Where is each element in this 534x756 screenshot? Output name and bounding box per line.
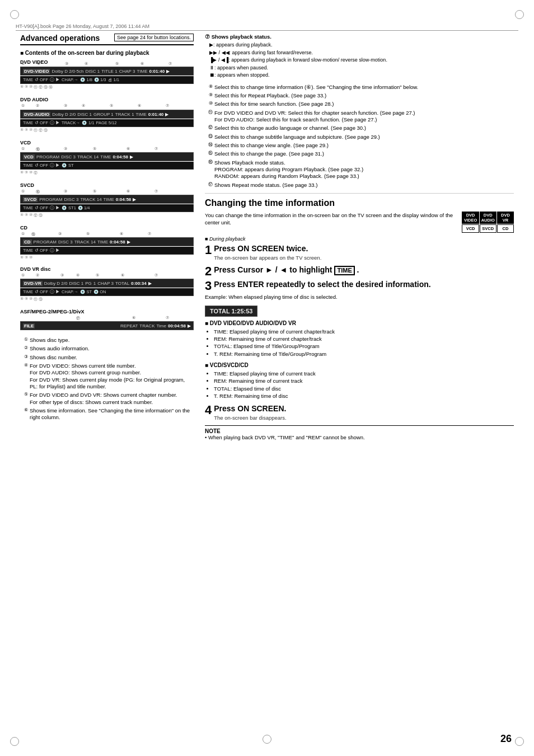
page-number: 26 (500, 733, 512, 745)
status-stop: ⏹: appears when stopped. (209, 72, 514, 79)
badge-dvd-video: DVDVIDEO (462, 212, 479, 224)
annot-4: ④ For DVD VIDEO: Shows current title num… (20, 363, 194, 390)
dvd-video-top-bar: DVD-VIDEO Dolby D 2/0·5ch DISC 1 TITLE 1… (20, 67, 194, 76)
vcd-svcd-cd-header: ■ VCD/SVCD/CD (205, 362, 514, 368)
list-item: TOTAL: Elapsed time of Title/Group/Progr… (214, 342, 514, 350)
status-play: ▶: appears during playback. (209, 41, 514, 49)
right-annot-16: ⑯ Shows Playback mode status.PROGRAM: ap… (205, 159, 514, 180)
svcd-bot-bar: TIME ↺ OFF ⓘ ▶ 💿 ST1 💿 1/4 (20, 204, 194, 212)
annot-2: ② Shows audio information. (20, 345, 194, 352)
during-playback-label: During playback (205, 236, 514, 242)
step-1-detail: The on-screen bar appears on the TV scre… (214, 255, 514, 261)
cd-bottom-numbers: ⑧⑨⑩ (20, 255, 194, 260)
bottom-center-mark (263, 735, 271, 744)
note-box: NOTE When playing back DVD VR, "TIME" an… (205, 425, 514, 441)
step-1: 1 Press ON SCREEN twice. The on-screen b… (205, 244, 514, 261)
vcd-bot-bar: TIME ↺ OFF ⓘ ▶ 💿 ST (20, 162, 194, 170)
dvd-audio-bottom-numbers: ⑧⑨⑩⑪⑫⑬ (20, 128, 194, 133)
badge-dvd-vr: DVDVR (497, 212, 514, 224)
dvd-vr-top-bar: DVD-VR Dolby D 2/0 DISC 1 PG 1 CHAP 3 TO… (20, 279, 194, 288)
annot-6: ⑥ Shows time information. See "Changing … (20, 407, 194, 421)
dvd-video-audio-vr-section: ■ DVD VIDEO/DVD AUDIO/DVD VR TIME: Elaps… (205, 320, 514, 358)
playback-status-items: ▶: appears during playback. ▶▶ / ◀◀: app… (209, 41, 514, 79)
dvd-video-diagram: DVD VIDEO ① ② ③ ④ ⑤ ⑥ ⑦ DVD-VIDEO Dolby … (20, 59, 194, 90)
dvd-video-bottom-numbers: ⑧⑨⑩⑪⑫⑬⑭ (20, 84, 194, 90)
step-3-number: 3 (205, 280, 212, 292)
changing-time-header-row: You can change the time information in t… (205, 212, 514, 233)
badge-svcd: SVCD (480, 224, 496, 233)
annotation-list: ① Shows disc type. ② Shows audio informa… (20, 337, 194, 421)
changing-time-body: You can change the time information in t… (205, 212, 457, 228)
step-2-instruction: Press Cursor ► / ◄ to highlight TIME . (214, 265, 514, 275)
step-3-instruction: Press ENTER repeatedly to select the des… (214, 280, 514, 289)
list-item: TIME: Elapsed playing time of current ch… (214, 328, 514, 335)
right-annotation-list: ⑧ Select this to change time information… (205, 84, 514, 189)
corner-mark-bl (10, 737, 19, 746)
right-annot-8: ⑧ Select this to change time information… (205, 84, 514, 91)
right-annot-13: ⑬ Select this to change subtitle languag… (205, 134, 514, 140)
status-slow: ▐▶ / ◀▐: appears during playback in forw… (209, 57, 514, 64)
step-4-detail: The on-screen bar disappears. (214, 415, 514, 421)
badge-vcd: VCD (462, 224, 479, 233)
right-annot-11: ⑪ For DVD VIDEO and DVD VR: Select this … (205, 110, 514, 124)
list-item: REM: Remaining time of current track (214, 377, 514, 384)
vcd-label: VCD (20, 140, 194, 145)
cd-bot-bar: TIME ↺ OFF ⓘ ▶ (20, 247, 194, 255)
step-4: 4 Press ON SCREEN. The on-screen bar dis… (205, 404, 514, 421)
corner-mark-tl (10, 10, 19, 19)
annot-1: ① Shows disc type. (20, 337, 194, 344)
vcd-bottom-numbers: ⑧⑨⑩⑫ (20, 170, 194, 176)
right-column: ⑦ Shows playback status. ▶: appears duri… (205, 34, 514, 441)
step-1-content: Press ON SCREEN twice. The on-screen bar… (214, 244, 514, 261)
dvd-vr-bot-bar: TIME ↺ OFF ⓘ ▶ CHAP.→ 💿 ST 💿 ON (20, 288, 194, 296)
dvd-vr-label: DVD VR disc (20, 266, 194, 272)
dvd-video-audio-vr-header: ■ DVD VIDEO/DVD AUDIO/DVD VR (205, 320, 514, 326)
header-text: HT-V90[A].book Page 26 Monday, August 7,… (16, 24, 149, 29)
list-item: T. REM: Remaining time of Title/Group/Pr… (214, 350, 514, 358)
main-content: Advanced operations See page 24 for butt… (20, 34, 514, 728)
vcd-top-bar: VCD PROGRAM DISC 3 TRACK 14 TIME 0:04:58… (20, 152, 194, 161)
dvd-audio-bot-bar: TIME ↺ OFF ⓘ ▶ TRACK→ 💿 1/1 PAGE 5/12 (20, 119, 194, 127)
mpeg-label: ASF/MPEG-2/MPEG-1/DivX (20, 309, 194, 314)
list-item: TIME: Elapsed playing time of current tr… (214, 370, 514, 377)
right-annot-10: ⑩ Select this for time search function. … (205, 101, 514, 107)
badge-dvd-audio: DVDAUDIO (480, 212, 496, 224)
list-item: REM: Remaining time of current chapter/t… (214, 335, 514, 342)
time-highlight-box: TIME (334, 266, 354, 275)
mpeg-top-bar: FILE REPEAT TRACK Time 00:04:58 ▶ (20, 321, 194, 330)
step-3: 3 Press ENTER repeatedly to select the d… (205, 280, 514, 289)
two-column-layout: Advanced operations See page 24 for butt… (20, 34, 514, 441)
cd-diagram: CD ① ⑯ ③ ⑤ ⑥ ⑦ CD PROGRAM DISC 3 TRACK (20, 225, 194, 260)
right-annot-15: ⑮ Select this to change the page. (See p… (205, 151, 514, 157)
note-title: NOTE (205, 428, 514, 434)
section-title: Advanced operations See page 24 for butt… (20, 34, 194, 45)
cd-top-bar: CD PROGRAM DISC 3 TRACK 14 TIME 0:04:58 … (20, 237, 194, 246)
status-ff: ▶▶ / ◀◀: appears during fast forward/rev… (209, 49, 514, 57)
example-bar: TOTAL 1:25:53 (205, 306, 257, 317)
subsection-label: Contents of the on-screen bar during pla… (20, 50, 194, 56)
dvd-video-audio-vr-list: TIME: Elapsed playing time of current ch… (205, 328, 514, 358)
left-column: Advanced operations See page 24 for butt… (20, 34, 194, 441)
mode-badges-grid: DVDVIDEO DVDAUDIO DVDVR VCD SVCD CD (462, 212, 514, 233)
example-label: Example: When elapsed playing time of di… (205, 294, 514, 300)
step-3-content: Press ENTER repeatedly to select the des… (214, 280, 514, 289)
step-2: 2 Press Cursor ► / ◄ to highlight TIME . (205, 265, 514, 275)
dvd-audio-diagram: DVD AUDIO ① ② ③ ④ ⑤ ⑥ ⑦ DVD-AUDIO Dolby … (20, 97, 194, 133)
step-1-instruction: Press ON SCREEN twice. (214, 244, 514, 253)
cd-label: CD (20, 225, 194, 231)
dvd-video-label: DVD VIDEO (20, 59, 194, 65)
step-4-number: 4 (205, 404, 212, 416)
mpeg-diagram: ASF/MPEG-2/MPEG-1/DivX ⑰ ⑥ ⑦ FILE REPEAT… (20, 309, 194, 330)
svcd-top-bar: SVCD PROGRAM DISC 3 TRACK 14 TIME 0:04:5… (20, 195, 194, 204)
step-4-instruction: Press ON SCREEN. (214, 404, 514, 414)
playback-status-section: ⑦ Shows playback status. ▶: appears duri… (205, 34, 514, 79)
right-annot-9: ⑨ Select this for Repeat Playback. (See … (205, 92, 514, 99)
step-4-content: Press ON SCREEN. The on-screen bar disap… (214, 404, 514, 421)
divider (205, 193, 514, 194)
vcd-svcd-cd-section: ■ VCD/SVCD/CD TIME: Elapsed playing time… (205, 362, 514, 400)
step-1-number: 1 (205, 244, 212, 256)
list-item: TOTAL: Elapsed time of disc (214, 385, 514, 392)
annot-5: ⑤ For DVD VIDEO and DVD VR: Shows curren… (20, 392, 194, 406)
right-annot-17: ⑰ Shows Repeat mode status. (See page 33… (205, 182, 514, 189)
corner-mark-br (515, 737, 524, 746)
